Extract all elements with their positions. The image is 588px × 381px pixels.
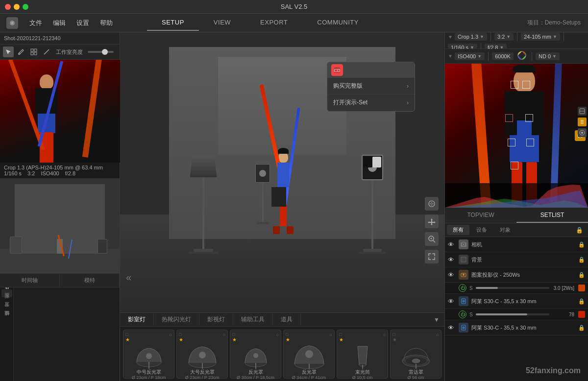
tab-timeline[interactable]: 时间轴 [0, 274, 60, 287]
svg-point-2 [11, 22, 13, 24]
brush-tool-btn[interactable] [16, 47, 26, 57]
eq-card-reflector-4[interactable]: □ ⌂ ★ 反光罩 Ø 34cm / P 41cm [283, 330, 335, 379]
subtab-object[interactable]: 对象 [494, 225, 516, 235]
viewport-3d[interactable]: « CD 购买完整版 › [120, 32, 444, 312]
rt-lens-btn[interactable]: 24-105 mm ▼ [521, 33, 560, 41]
subtab-device[interactable]: 设备 [470, 225, 493, 235]
sl-power-projector[interactable]: ⏻ [459, 284, 466, 292]
menu-settings[interactable]: 设置 [72, 17, 94, 29]
eq-card-medium-reflector[interactable]: □ ⌂ ★ 中号反光罩 Ø 23cm / P 18cm [123, 330, 174, 379]
setlist-item-light1[interactable]: 👁 阿莱 S30-C - 35,5 x 30 mm 🔒 [445, 294, 588, 309]
move-btn[interactable] [425, 214, 439, 228]
sl-power-light1[interactable]: ⏻ [459, 310, 466, 318]
rt-sep-1 [490, 32, 491, 41]
light-feet-left [189, 252, 218, 254]
grid-tool-btn[interactable] [28, 47, 39, 57]
close-button[interactable] [5, 4, 11, 10]
tab-setup[interactable]: SETUP [147, 15, 199, 31]
rt-wb-btn[interactable]: 6000K [492, 52, 514, 60]
tab-community[interactable]: COMMUNITY [302, 15, 373, 31]
setlist-item-backdrop[interactable]: 👁 背景 🔒 [445, 252, 588, 267]
mini-3d-content [0, 179, 120, 273]
rp-tab-setlist[interactable]: SETLIST [516, 208, 588, 223]
sl-icon-camera [459, 239, 468, 249]
menu-edit[interactable]: 编辑 [48, 17, 71, 29]
sl-lock-backdrop[interactable]: 🔒 [578, 257, 585, 263]
svg-point-49 [463, 274, 465, 276]
viewport-nav-arrows[interactable]: « [126, 272, 131, 283]
rp-icon-2[interactable] [578, 118, 587, 126]
minimize-button[interactable] [14, 4, 20, 10]
maximize-button[interactable] [23, 4, 28, 10]
cat-lens[interactable]: 镜头 [1, 289, 12, 297]
navigate-btn[interactable] [425, 197, 439, 211]
rp-icon-1[interactable] [578, 107, 587, 116]
sl-lock-light2[interactable]: 🔒 [578, 325, 585, 331]
rp-icon-3[interactable] [578, 128, 587, 137]
shot-header: Shot-20201221-212340 [0, 32, 120, 45]
brightness-slider[interactable] [88, 51, 114, 53]
eq-thumb-2 [179, 342, 225, 369]
sl-color-light1[interactable] [578, 311, 585, 318]
rt-ratio-btn[interactable]: 3:2 ▼ [494, 33, 514, 41]
sl-name-camera: 相机 [471, 241, 575, 248]
menu-file[interactable]: 文件 [24, 17, 47, 29]
buy-full-version-btn[interactable]: 购买完整版 › [327, 78, 415, 95]
setlist-item-projector[interactable]: 👁 图案投影仪 - 250Ws 🔒 [445, 267, 588, 283]
sl-eye-camera[interactable]: 👁 [448, 241, 456, 248]
eq-tab-hotshoe[interactable]: 热靴闪光灯 [154, 313, 199, 326]
eq-strip-more-btn[interactable]: ▼ [429, 314, 444, 325]
sl-eye-light1[interactable]: 👁 [448, 298, 456, 305]
eq-size-1: Ø 23cm / P 18cm [132, 375, 166, 380]
subtab-lock-icon[interactable]: 🔒 [573, 227, 586, 234]
sl-color-projector[interactable] [578, 285, 585, 291]
right-toolbar-row2: ▼ ISO400 ▼ 6000K ND 0 [445, 49, 588, 64]
rp-tab-topview[interactable]: TOPVIEW [445, 208, 516, 223]
setlist-subitem-light1: ⏻ S 78 [445, 309, 588, 320]
tab-view[interactable]: VIEW [199, 15, 245, 31]
sl-lock-light1[interactable]: 🔒 [578, 298, 585, 305]
eq-card-snoot[interactable]: □ ⌂ ★ 束光筒 Ø 10,5 cm [337, 330, 388, 379]
eq-tab-video[interactable]: 影视灯 [199, 313, 233, 326]
sl-slider-light1[interactable] [476, 313, 549, 315]
eq-card-radar[interactable]: □ ⌂ ★ 雷达罩 Ø 56 cm [390, 330, 441, 379]
subtab-all[interactable]: 所有 [447, 225, 469, 235]
setlist-item-camera[interactable]: 👁 相机 🔒 [445, 237, 588, 252]
tab-model[interactable]: 模特 [60, 274, 120, 287]
cat-spiral[interactable]: 螺旋缘 [1, 316, 12, 324]
rt-ratio-label: 3:2 [497, 34, 505, 40]
center-light [255, 164, 270, 224]
cat-pattern[interactable]: 图案 [1, 298, 12, 306]
sl-eye-projector[interactable]: 👁 [448, 271, 456, 279]
eq-tab-tools[interactable]: 辅助工具 [233, 313, 273, 326]
sl-lock-projector[interactable]: 🔒 [578, 272, 585, 278]
setlist-item-light2[interactable]: 👁 阿莱 S30-C - 35,5 x 30 mm 🔒 [445, 320, 588, 335]
line-tool-btn[interactable] [41, 47, 52, 57]
photo-info-row: 1/160 s 3:2 ISO400 f/2.8 [4, 170, 116, 176]
fullscreen-btn[interactable] [425, 250, 439, 263]
sl-lock-camera[interactable]: 🔒 [578, 241, 585, 248]
rt-nd-btn[interactable]: ND 0 ▼ [536, 52, 560, 60]
rt-sep-3 [564, 32, 564, 41]
color-wheel-icon[interactable] [517, 51, 526, 61]
eq-tab-studio[interactable]: 影室灯 [120, 313, 154, 326]
eq-card-home-1: ⌂ [170, 332, 172, 337]
zoom-btn[interactable] [425, 232, 439, 246]
svg-point-45 [463, 244, 465, 245]
eq-thumb-3 [232, 342, 279, 369]
sl-slider-projector[interactable] [476, 287, 549, 289]
rt-iso-btn[interactable]: ISO400 ▼ [455, 52, 485, 60]
open-demo-btn[interactable]: 打开演示-Set › [327, 95, 415, 111]
eq-card-large-reflector[interactable]: □ ⌂ ★ 大号反光罩 Ø 23cm / P 23cm [176, 330, 228, 379]
equipment-strip-tabs: 影室灯 热靴闪光灯 影视灯 辅助工具 道具 ▼ [120, 313, 444, 327]
tab-export[interactable]: EXPORT [245, 15, 302, 31]
eq-tab-props[interactable]: 道具 [273, 313, 301, 326]
rt-crop-btn[interactable]: Crop 1.3 ▼ [455, 33, 487, 41]
eq-thumb-5 [339, 342, 386, 369]
cat-backdrop[interactable]: 背景 [1, 307, 12, 315]
cursor-tool-btn[interactable] [3, 47, 14, 57]
sl-eye-light2[interactable]: 👁 [448, 324, 456, 332]
menu-help[interactable]: 帮助 [95, 17, 118, 29]
eq-card-reflector-3[interactable]: □ ⌂ ★ 反光罩 Ø 30cm / P 18,5cm [230, 330, 281, 379]
sl-eye-backdrop[interactable]: 👁 [448, 256, 456, 263]
